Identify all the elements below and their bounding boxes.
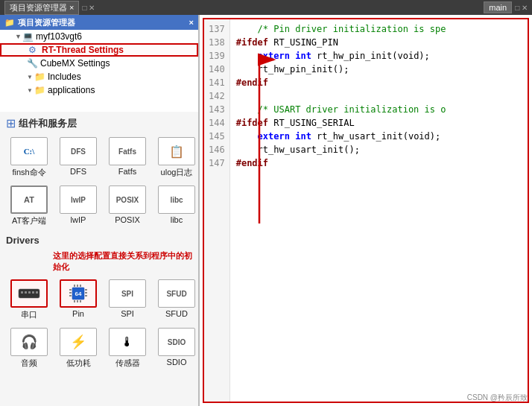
project-explorer-tab[interactable]: 项目资源管理器 × (4, 1, 79, 15)
dfs-label: DFS (70, 167, 86, 176)
tree-item-cube[interactable]: 🔧 CubeMX Settings (0, 57, 198, 70)
comp-finsh[interactable]: C:\ finsh命令 (6, 135, 52, 180)
serial-icon (10, 279, 48, 308)
svg-rect-19 (80, 300, 81, 302)
sdio-label: SDIO (167, 358, 187, 367)
app-window: 项目资源管理器 × □ ✕ main □ ✕ 📁 项目资源管理器 × ▼ 💻 m… (0, 0, 532, 406)
tree-item-root[interactable]: ▼ 💻 myf103vgt6 (0, 30, 198, 43)
driver-sensor[interactable]: 🌡 传感器 (104, 326, 151, 371)
at-icon: AT (10, 185, 48, 214)
audio-icon: 🎧 (10, 328, 48, 356)
folder-icon: 📁 (34, 72, 46, 82)
ln-137: 137 (209, 22, 225, 36)
svg-rect-17 (74, 300, 75, 302)
libc-label: libc (171, 215, 183, 224)
components-title-row: ⊞ 组件和服务层 (6, 116, 192, 130)
title-bar: 项目资源管理器 × □ ✕ main □ ✕ (0, 0, 532, 15)
ln-140: 140 (209, 63, 225, 76)
at-label: AT客户端 (12, 215, 46, 226)
tree-item-includes[interactable]: ▼ 📁 Includes (0, 70, 198, 83)
tree-item-rt[interactable]: ⚙ RT-Thread Settings (0, 43, 198, 57)
comp-fatfs[interactable]: Fatfs Fatfs (104, 135, 151, 180)
svg-rect-13 (85, 295, 87, 296)
tree-label: myf103vgt6 (36, 31, 82, 42)
driver-spi[interactable]: SPI SPI (104, 277, 151, 323)
tree-label-rt: RT-Thread Settings (42, 45, 124, 55)
cube-icon: 🔧 (27, 58, 39, 69)
posix-icon: POSIX (109, 185, 146, 214)
components-grid: C:\ finsh命令 DFS DFS Fatfs Fatfs 📋 ulog日志 (6, 135, 192, 229)
sensor-label: 传感器 (115, 358, 140, 369)
ulog-label: ulog日志 (161, 167, 193, 178)
sidebar-close-icon[interactable]: × (189, 18, 194, 27)
svg-rect-2 (25, 291, 27, 294)
main-tab[interactable]: main (484, 1, 512, 13)
driver-serial[interactable]: 串口 (6, 277, 52, 323)
fatfs-label: Fatfs (118, 167, 136, 176)
comp-libc[interactable]: libc libc (153, 183, 198, 229)
serial-label: 串口 (21, 309, 37, 320)
svg-rect-1 (21, 291, 23, 294)
drivers-grid: 串口 64 (6, 277, 192, 371)
sensor-icon: 🌡 (109, 328, 146, 356)
lwip-label: lwIP (71, 215, 86, 224)
svg-rect-9 (69, 292, 72, 294)
tree-label-apps: applications (48, 85, 95, 95)
svg-rect-5 (36, 291, 38, 294)
comp-dfs[interactable]: DFS DFS (55, 135, 101, 180)
spi-icon: SPI (109, 279, 146, 308)
sfud-label: SFUD (165, 309, 188, 318)
svg-rect-16 (80, 285, 81, 287)
svg-rect-18 (77, 300, 78, 302)
driver-pin[interactable]: 64 (55, 277, 101, 323)
fatfs-icon: Fatfs (109, 137, 146, 165)
pin-label: Pin (72, 309, 84, 318)
driver-sdio[interactable]: SDIO SDIO (153, 326, 198, 371)
svg-rect-10 (69, 295, 72, 296)
ln-144: 144 (209, 116, 225, 130)
chevron-icon: ▼ (15, 33, 22, 40)
sidebar-title: 项目资源管理器 (18, 17, 75, 28)
lowpower-label: 低功耗 (66, 358, 91, 369)
svg-rect-8 (69, 289, 72, 291)
posix-label: POSIX (115, 215, 140, 224)
components-icon: ⊞ (6, 116, 16, 130)
tree-label-cube: CubeMX Settings (40, 58, 110, 69)
audio-label: 音频 (21, 358, 37, 369)
ln-145: 145 (209, 130, 225, 143)
ln-139: 139 (209, 49, 225, 63)
drivers-annotation-row: 这里的选择配置直接关系到程序中的初始化 (6, 250, 192, 273)
drivers-title: Drivers (6, 235, 192, 246)
ln-146: 146 (209, 143, 225, 156)
workspace: 📁 项目资源管理器 × ▼ 💻 myf103vgt6 ⚙ RT-Thread S… (0, 15, 532, 406)
components-title: 组件和服务层 (19, 117, 77, 130)
comp-ulog[interactable]: 📋 ulog日志 (153, 135, 198, 180)
project-icon: 📁 (4, 18, 15, 28)
tree-item-applications[interactable]: ▼ 📁 applications (0, 83, 198, 97)
code-panel: 点击这里可以进行配置 137 138 139 140 141 142 143 1… (200, 15, 532, 406)
svg-rect-15 (77, 285, 78, 287)
ln-138: 138 (209, 36, 225, 49)
comp-posix[interactable]: POSIX POSIX (104, 183, 151, 229)
driver-sfud[interactable]: SFUD SFUD (153, 277, 198, 323)
code-body: /* Pin driver initialization is spe #ifd… (230, 19, 528, 402)
driver-lowpower[interactable]: ⚡ 低功耗 (55, 326, 101, 371)
ln-141: 141 (209, 76, 225, 89)
sdio-icon: SDIO (158, 328, 195, 356)
driver-audio[interactable]: 🎧 音频 (6, 326, 52, 371)
lwip-icon: lwIP (60, 185, 97, 214)
ln-143: 143 (209, 103, 225, 116)
svg-text:64: 64 (75, 291, 82, 297)
pin-icon: 64 (60, 279, 97, 308)
settings-icon: ⚙ (28, 45, 40, 55)
chevron-icon: ▼ (27, 74, 34, 80)
serial-connector-svg (17, 285, 41, 302)
comp-lwip[interactable]: lwIP lwIP (55, 183, 101, 229)
svg-rect-3 (28, 291, 31, 294)
sfud-icon: SFUD (158, 279, 195, 308)
comp-at[interactable]: AT AT客户端 (6, 183, 52, 229)
sidebar: 📁 项目资源管理器 × ▼ 💻 myf103vgt6 ⚙ RT-Thread S… (0, 15, 200, 406)
svg-rect-11 (85, 289, 87, 291)
pin-chip-svg: 64 (66, 282, 90, 305)
lowpower-icon: ⚡ (60, 328, 97, 356)
